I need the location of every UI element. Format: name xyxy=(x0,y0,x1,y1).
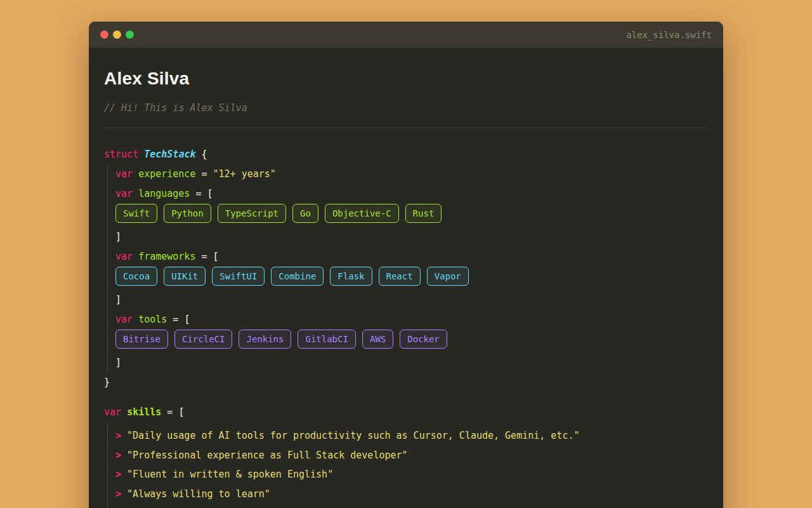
skill-marker-icon: > xyxy=(115,450,121,461)
maximize-window-button[interactable] xyxy=(126,30,134,39)
window-titlebar: alex_silva.swift xyxy=(89,22,723,48)
skill-item: > "Highly adaptable team player" xyxy=(115,504,708,508)
language-tag: Objective-C xyxy=(325,204,399,223)
traffic-lights xyxy=(100,30,134,39)
editor-window: alex_silva.swift Alex Silva // Hi! This … xyxy=(89,22,723,508)
skill-item: > "Daily usage of AI tools for productiv… xyxy=(115,426,708,446)
page-content: Alex Silva // Hi! This is Alex Silva str… xyxy=(89,48,723,508)
struct-close: } xyxy=(104,373,708,392)
framework-tag: Vapor xyxy=(427,267,469,286)
tool-tag: AWS xyxy=(362,330,393,349)
struct-name: TechStack xyxy=(144,149,195,160)
frameworks-close: ] xyxy=(115,290,708,310)
language-tag: TypeScript xyxy=(218,204,286,223)
intro-comment: // Hi! This is Alex Silva xyxy=(104,102,708,114)
skills-name: skills xyxy=(127,406,161,418)
language-tag: Swift xyxy=(115,204,157,223)
struct-keyword: struct xyxy=(104,149,138,160)
skill-text: "Always willing to learn" xyxy=(127,488,270,500)
framework-tag: Flask xyxy=(330,267,372,286)
tool-tag: Bitrise xyxy=(115,330,168,349)
minimize-window-button[interactable] xyxy=(113,30,121,39)
experience-name: experience xyxy=(138,168,195,180)
languages-name: languages xyxy=(138,188,190,199)
languages-tag-list: SwiftPythonTypeScriptGoObjective-CRust xyxy=(115,204,708,223)
window-title: alex_silva.swift xyxy=(626,30,712,40)
language-tag: Python xyxy=(164,204,211,223)
close-window-button[interactable] xyxy=(100,30,108,39)
open-brace: { xyxy=(202,149,207,160)
languages-close: ] xyxy=(115,227,708,247)
skill-marker-icon: > xyxy=(115,430,121,441)
framework-tag: React xyxy=(379,267,421,286)
experience-declaration: var experience = "12+ years" xyxy=(115,164,708,184)
struct-declaration: struct TechStack { xyxy=(104,145,708,164)
skills-list: > "Daily usage of AI tools for productiv… xyxy=(107,422,708,508)
frameworks-name: frameworks xyxy=(138,251,195,262)
language-tag: Rust xyxy=(405,204,442,223)
tool-tag: Docker xyxy=(400,330,447,349)
tools-close: ] xyxy=(115,353,708,373)
framework-tag: Cocoa xyxy=(115,267,157,286)
skill-text: "Fluent in written & spoken English" xyxy=(127,469,333,480)
skill-text: "Professional experience as Full Stack d… xyxy=(127,450,408,461)
languages-declaration: var languages = [ xyxy=(115,184,708,204)
frameworks-tag-list: CocoaUIKitSwiftUICombineFlaskReactVapor xyxy=(115,267,708,286)
frameworks-declaration: var frameworks = [ xyxy=(115,247,708,267)
framework-tag: Combine xyxy=(271,267,324,286)
tool-tag: Jenkins xyxy=(239,330,291,349)
struct-body: var experience = "12+ years" var languag… xyxy=(107,164,708,373)
language-tag: Go xyxy=(292,204,318,223)
divider xyxy=(104,128,708,128)
skill-item: > "Always willing to learn" xyxy=(115,485,708,504)
framework-tag: UIKit xyxy=(164,267,206,286)
tools-name: tools xyxy=(138,314,167,325)
skill-item: > "Professional experience as Full Stack… xyxy=(115,446,708,465)
page-title: Alex Silva xyxy=(104,69,708,89)
skill-text: "Daily usage of AI tools for productivit… xyxy=(127,430,579,441)
skill-marker-icon: > xyxy=(115,469,121,480)
skill-marker-icon: > xyxy=(115,488,121,500)
tool-tag: GitlabCI xyxy=(298,330,355,349)
experience-value: "12+ years" xyxy=(213,168,276,180)
tools-tag-list: BitriseCircleCIJenkinsGitlabCIAWSDocker xyxy=(115,330,708,349)
tool-tag: CircleCI xyxy=(174,330,232,349)
tools-declaration: var tools = [ xyxy=(115,310,708,330)
skills-declaration: var skills = [ xyxy=(104,403,708,422)
skill-item: > "Fluent in written & spoken English" xyxy=(115,465,708,485)
code-block: struct TechStack { var experience = "12+… xyxy=(104,145,708,508)
framework-tag: SwiftUI xyxy=(212,267,265,286)
